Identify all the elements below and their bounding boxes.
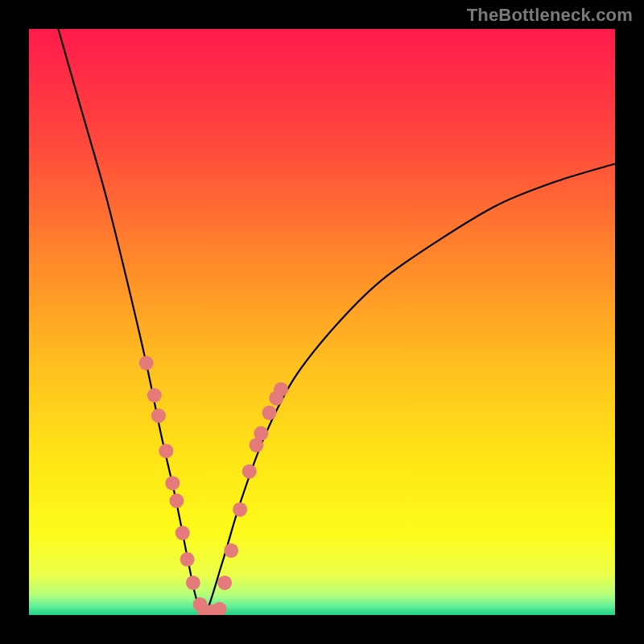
marker-dot	[217, 576, 232, 590]
marker-dot	[213, 602, 227, 617]
marker-dot	[233, 502, 247, 517]
marker-dot	[262, 406, 276, 420]
marker-dot	[151, 408, 166, 423]
marker-dot	[165, 476, 180, 490]
marker-dot	[254, 426, 268, 440]
marker-dot	[180, 552, 195, 567]
marker-dot	[169, 493, 184, 508]
marker-dot	[159, 444, 173, 458]
bottleneck-chart	[0, 0, 644, 644]
marker-dot	[186, 576, 200, 590]
marker-dot	[242, 464, 257, 479]
marker-dot	[224, 543, 238, 558]
watermark-text: TheBottleneck.com	[467, 5, 633, 26]
marker-dot	[274, 382, 288, 397]
marker-dot	[139, 356, 154, 370]
marker-dot	[175, 526, 190, 540]
plot-background	[29, 29, 615, 615]
marker-dot	[147, 388, 162, 402]
figure-container: { "watermark": "TheBottleneck.com", "dim…	[0, 0, 644, 644]
